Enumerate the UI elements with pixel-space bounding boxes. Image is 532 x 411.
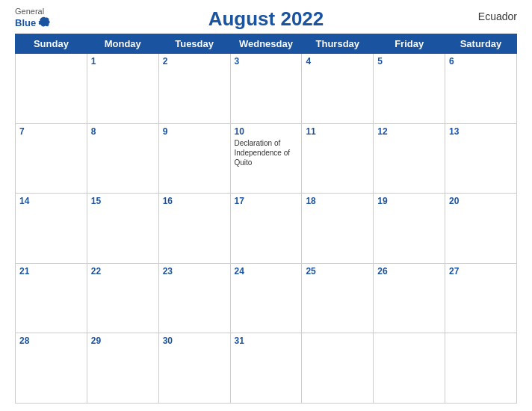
header-sunday: Sunday <box>16 34 87 54</box>
day-cell-1-5: 12 <box>374 123 445 194</box>
day-cell-4-5 <box>374 333 445 404</box>
day-number-3-0: 21 <box>19 266 83 276</box>
day-number-3-1: 22 <box>91 266 155 276</box>
week-row-0: 123456 <box>16 54 517 124</box>
day-cell-3-0: 21 <box>16 263 87 333</box>
header-monday: Monday <box>87 34 158 54</box>
day-cell-0-3: 3 <box>230 54 302 124</box>
day-cell-0-5: 5 <box>374 54 445 124</box>
day-cell-4-2: 30 <box>158 333 230 404</box>
day-number-4-2: 30 <box>163 336 226 346</box>
day-cell-1-3: 10Declaration of Independence of Quito <box>230 123 302 194</box>
day-cell-3-6: 27 <box>445 263 517 333</box>
day-number-2-1: 15 <box>91 196 155 206</box>
day-number-1-5: 12 <box>377 126 441 137</box>
logo-bird-icon <box>37 16 51 29</box>
header-wednesday: Wednesday <box>230 34 302 54</box>
header-friday: Friday <box>374 34 445 54</box>
day-cell-3-2: 23 <box>158 263 230 333</box>
day-number-3-3: 24 <box>235 266 298 276</box>
day-number-3-2: 23 <box>163 266 226 276</box>
day-cell-3-1: 22 <box>87 263 158 333</box>
day-number-2-2: 16 <box>163 196 226 206</box>
header-thursday: Thursday <box>302 34 374 54</box>
logo-general: General <box>15 7 51 16</box>
day-number-4-0: 28 <box>19 336 83 346</box>
week-row-3: 21222324252627 <box>16 263 517 333</box>
day-cell-0-0 <box>16 54 87 124</box>
day-cell-1-1: 8 <box>87 123 158 194</box>
day-number-0-4: 4 <box>306 56 369 67</box>
calendar-table: Sunday Monday Tuesday Wednesday Thursday… <box>15 34 517 404</box>
month-title: August 2022 <box>208 7 324 31</box>
day-cell-2-0: 14 <box>16 194 87 264</box>
day-cell-1-2: 9 <box>158 123 230 194</box>
day-cell-1-6: 13 <box>445 123 517 194</box>
day-number-1-0: 7 <box>19 126 83 137</box>
header-tuesday: Tuesday <box>158 34 230 54</box>
day-number-0-1: 1 <box>91 56 155 67</box>
day-number-0-2: 2 <box>163 56 226 67</box>
day-cell-0-1: 1 <box>87 54 158 124</box>
day-number-3-5: 26 <box>377 266 441 276</box>
day-cell-2-3: 17 <box>230 194 302 264</box>
day-number-1-1: 8 <box>91 126 155 137</box>
day-cell-2-5: 19 <box>374 194 445 264</box>
day-cell-4-6 <box>445 333 517 404</box>
day-number-0-6: 6 <box>449 56 513 67</box>
week-row-1: 78910Declaration of Independence of Quit… <box>16 123 517 194</box>
week-row-2: 14151617181920 <box>16 194 517 264</box>
day-cell-4-3: 31 <box>230 333 302 404</box>
week-row-4: 28293031 <box>16 333 517 404</box>
day-cell-4-4 <box>302 333 374 404</box>
logo: General Blue <box>15 7 51 29</box>
day-cell-2-4: 18 <box>302 194 374 264</box>
day-cell-1-0: 7 <box>16 123 87 194</box>
calendar-body: 12345678910Declaration of Independence o… <box>16 54 517 404</box>
day-number-4-1: 29 <box>91 336 155 346</box>
day-cell-0-4: 4 <box>302 54 374 124</box>
day-cell-3-5: 26 <box>374 263 445 333</box>
country-label: Ecuador <box>478 10 517 22</box>
logo-blue: Blue <box>15 18 36 28</box>
header-saturday: Saturday <box>445 34 517 54</box>
day-number-1-2: 9 <box>163 126 226 137</box>
day-cell-2-2: 16 <box>158 194 230 264</box>
day-number-1-6: 13 <box>449 126 513 137</box>
day-cell-4-1: 29 <box>87 333 158 404</box>
day-cell-2-6: 20 <box>445 194 517 264</box>
day-number-2-6: 20 <box>449 196 513 206</box>
day-cell-0-2: 2 <box>158 54 230 124</box>
day-number-3-4: 25 <box>306 266 369 276</box>
day-number-4-3: 31 <box>235 336 298 346</box>
day-cell-3-4: 25 <box>302 263 374 333</box>
day-cell-3-3: 24 <box>230 263 302 333</box>
event-text-1-3: Declaration of Independence of Quito <box>235 138 298 167</box>
day-number-2-5: 19 <box>377 196 441 206</box>
day-number-2-3: 17 <box>235 196 298 206</box>
day-number-3-6: 27 <box>449 266 513 276</box>
day-number-0-5: 5 <box>377 56 441 67</box>
day-cell-4-0: 28 <box>16 333 87 404</box>
calendar-header: General Blue August 2022 Ecuador <box>15 7 517 31</box>
day-number-2-0: 14 <box>19 196 83 206</box>
day-number-1-3: 10 <box>235 126 298 137</box>
day-cell-2-1: 15 <box>87 194 158 264</box>
weekday-header-row: Sunday Monday Tuesday Wednesday Thursday… <box>16 34 517 54</box>
day-number-0-3: 3 <box>235 56 298 67</box>
day-number-1-4: 11 <box>306 126 369 137</box>
day-cell-1-4: 11 <box>302 123 374 194</box>
day-number-2-4: 18 <box>306 196 369 206</box>
day-cell-0-6: 6 <box>445 54 517 124</box>
